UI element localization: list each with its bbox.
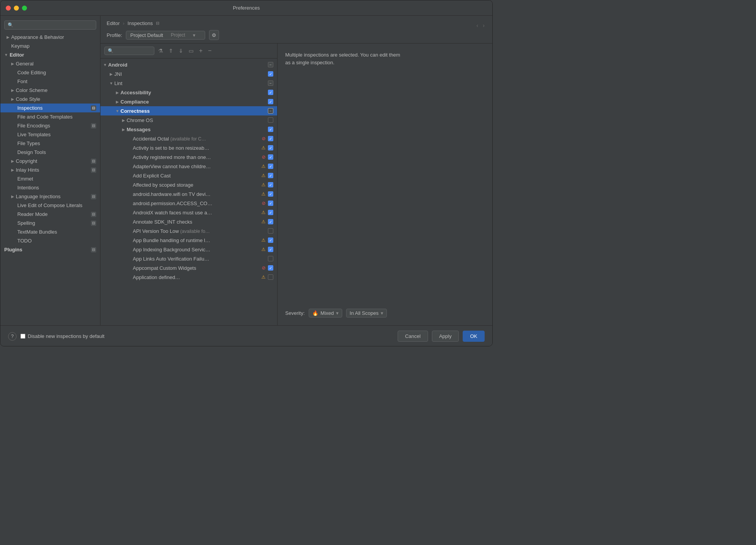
sidebar-search-input[interactable] <box>16 22 93 28</box>
filter-button[interactable]: ⚗ <box>157 47 165 55</box>
filter-search-input[interactable] <box>115 48 151 53</box>
tree-item-hardware-wifi[interactable]: android.hardware.wifi on TV devi… ⚠ <box>100 189 277 199</box>
tree-item-adapterview[interactable]: AdapterView cannot have childre… ⚠ <box>100 162 277 171</box>
tree-check[interactable] <box>268 228 273 234</box>
sidebar-item-keymap[interactable]: Keymap <box>0 42 100 50</box>
sidebar-search-container[interactable]: 🔍 <box>4 20 96 30</box>
gear-icon: ⚙ <box>212 32 216 38</box>
sidebar-item-general[interactable]: ▶ General <box>0 59 100 68</box>
tree-check[interactable] <box>268 201 273 206</box>
collapse-all-button[interactable]: ⇓ <box>177 47 185 55</box>
sidebar-item-live-templates[interactable]: Live Templates <box>0 130 100 139</box>
tree-item-activity-non-resizable[interactable]: Activity is set to be non resizeab… ⚠ <box>100 143 277 152</box>
tree-check[interactable] <box>268 247 273 252</box>
tree-check[interactable] <box>268 173 273 178</box>
sidebar-item-appearance[interactable]: ▶ Appearance & Behavior <box>0 33 100 42</box>
tree-check[interactable] <box>268 136 273 141</box>
tree-check[interactable] <box>268 80 273 86</box>
sidebar-item-file-types[interactable]: File Types <box>0 139 100 148</box>
tree-item-chromeos[interactable]: ▶ Chrome OS <box>100 115 277 125</box>
tree-check[interactable] <box>268 154 273 160</box>
tree-check[interactable] <box>268 219 273 224</box>
sidebar-item-todo[interactable]: TODO <box>0 236 100 245</box>
tree-item-compliance[interactable]: ▶ Compliance <box>100 97 277 106</box>
add-button[interactable]: + <box>197 47 204 55</box>
tree-item-app-indexing[interactable]: App Indexing Background Servic… ⚠ <box>100 245 277 254</box>
tree-item-jni[interactable]: ▶ JNI <box>100 69 277 79</box>
tree-item-accessibility[interactable]: ▶ Accessibility <box>100 88 277 97</box>
severity-select[interactable]: 🔥 Mixed ▾ <box>309 309 343 318</box>
tree-item-activity-registered[interactable]: Activity registered more than one… ⊘ <box>100 152 277 162</box>
cancel-button[interactable]: Cancel <box>398 331 428 342</box>
profile-select[interactable]: Project Default Project ▾ <box>126 31 205 40</box>
tree-check[interactable] <box>268 117 273 123</box>
scope-select[interactable]: In All Scopes ▾ <box>346 309 387 318</box>
sidebar-item-inlay-hints[interactable]: ▶ Inlay Hints ⊟ <box>0 166 100 174</box>
tree-item-scoped-storage[interactable]: Affected by scoped storage ⚠ <box>100 180 277 189</box>
toggle-button[interactable]: ▭ <box>187 47 195 55</box>
sidebar-item-reader-mode[interactable]: Reader Mode ⊟ <box>0 210 100 219</box>
tree-item-lint[interactable]: ▼ Lint <box>100 79 277 88</box>
tree-check[interactable] <box>268 164 273 169</box>
sidebar-item-inspections[interactable]: Inspections ⊟ <box>0 104 100 112</box>
pin-icon[interactable]: ⊟ <box>156 21 159 26</box>
tree-check[interactable] <box>268 191 273 197</box>
tree-check[interactable] <box>268 108 273 114</box>
tree-item-add-explicit-cast[interactable]: Add Explicit Cast ⚠ <box>100 171 277 180</box>
sidebar-item-code-style[interactable]: ▶ Code Style <box>0 95 100 104</box>
sidebar-item-file-templates[interactable]: File and Code Templates <box>0 112 100 121</box>
close-button[interactable] <box>6 5 11 10</box>
sidebar-item-textmate[interactable]: TextMate Bundles <box>0 227 100 236</box>
tree-item-messages[interactable]: ▶ Messages <box>100 125 277 134</box>
sidebar-item-intentions[interactable]: Intentions <box>0 183 100 192</box>
maximize-button[interactable] <box>22 5 27 10</box>
tree-check[interactable] <box>268 274 273 280</box>
tree-check[interactable] <box>268 145 273 150</box>
tree-check[interactable] <box>268 182 273 187</box>
remove-button[interactable]: − <box>206 47 213 55</box>
settings-button[interactable]: ⚙ <box>209 30 219 40</box>
tree-check[interactable] <box>268 127 273 132</box>
nav-back-button[interactable]: ‹ <box>475 22 480 29</box>
sidebar-item-emmet[interactable]: Emmet <box>0 174 100 183</box>
tree-check[interactable] <box>268 210 273 215</box>
sidebar-item-live-edit[interactable]: Live Edit of Compose Literals <box>0 201 100 210</box>
tree-item-correctness[interactable]: ▼ Correctness <box>100 106 277 115</box>
sidebar-item-editor[interactable]: ▼ Editor <box>0 50 100 59</box>
filter-search-container[interactable]: 🔍 <box>104 47 154 55</box>
tree-item-api-version[interactable]: API Version Too Low (available fo… <box>100 226 277 236</box>
sidebar-item-plugins[interactable]: Plugins ⊟ <box>0 245 100 254</box>
tree-item-application-defined[interactable]: Application defined… ⚠ <box>100 272 277 282</box>
nav-forward-button[interactable]: › <box>481 22 486 29</box>
tree-check[interactable] <box>268 62 273 67</box>
tree-item-annotate-sdk[interactable]: Annotate SDK_INT checks ⚠ <box>100 217 277 226</box>
tree-item-android[interactable]: ▼ Android <box>100 60 277 69</box>
ok-button[interactable]: OK <box>463 331 485 342</box>
sidebar-item-file-encodings[interactable]: File Encodings ⊟ <box>0 121 100 130</box>
expand-all-button[interactable]: ⇑ <box>167 47 175 55</box>
sidebar-item-code-editing[interactable]: Code Editing <box>0 68 100 77</box>
disable-checkbox-label[interactable]: Disable new inspections by default <box>20 333 104 339</box>
tree-item-app-links[interactable]: App Links Auto Verification Failu… <box>100 254 277 263</box>
tree-check[interactable] <box>268 71 273 77</box>
sidebar-item-color-scheme[interactable]: ▶ Color Scheme <box>0 86 100 95</box>
sidebar-item-language-injections[interactable]: ▶ Language Injections ⊟ <box>0 192 100 201</box>
tree-check[interactable] <box>268 90 273 95</box>
apply-button[interactable]: Apply <box>432 331 459 342</box>
disable-checkbox[interactable] <box>20 334 25 339</box>
tree-check[interactable] <box>268 265 273 271</box>
sidebar-item-design-tools[interactable]: Design Tools <box>0 148 100 157</box>
tree-item-appcompat[interactable]: Appcompat Custom Widgets ⊘ <box>100 263 277 272</box>
tree-item-androidx-watch[interactable]: AndroidX watch faces must use a… ⚠ <box>100 208 277 217</box>
tree-item-permission-access[interactable]: android.permission.ACCESS_CO… ⊘ <box>100 199 277 208</box>
sidebar-item-spelling[interactable]: Spelling ⊟ <box>0 219 100 227</box>
minimize-button[interactable] <box>14 5 19 10</box>
sidebar-item-copyright[interactable]: ▶ Copyright ⊟ <box>0 157 100 166</box>
help-button[interactable]: ? <box>8 332 17 341</box>
tree-check[interactable] <box>268 256 273 261</box>
sidebar-item-font[interactable]: Font <box>0 77 100 86</box>
tree-check[interactable] <box>268 237 273 243</box>
tree-item-accidental-octal[interactable]: Accidental Octal (available for C… ⊘ <box>100 134 277 143</box>
tree-item-app-bundle[interactable]: App Bundle handling of runtime l… ⚠ <box>100 236 277 245</box>
tree-check[interactable] <box>268 99 273 104</box>
